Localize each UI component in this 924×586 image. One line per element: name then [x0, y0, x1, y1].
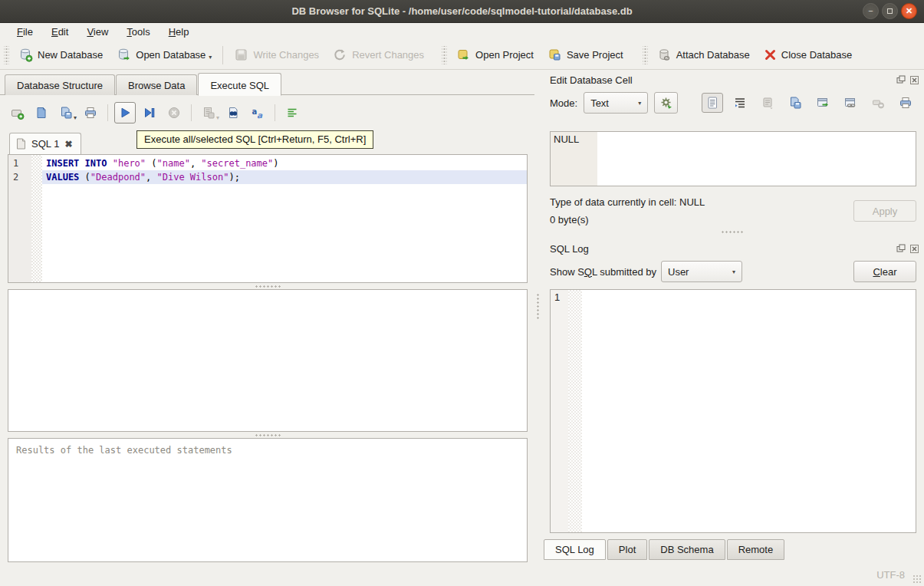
toolbar-drag-handle[interactable] [4, 46, 9, 64]
horizontal-splitter[interactable] [8, 283, 528, 289]
tab-remote[interactable]: Remote [727, 539, 785, 560]
open-database-button[interactable]: Open Database ▾ [110, 44, 219, 65]
apply-button[interactable]: Apply [853, 200, 916, 222]
print-cell-button[interactable] [895, 93, 916, 113]
menu-help[interactable]: Help [159, 25, 199, 39]
log-line-gutter: 1 [551, 290, 568, 532]
chevron-down-icon[interactable]: ▾ [209, 54, 212, 61]
menu-view[interactable]: View [77, 25, 117, 39]
line-number-gutter: 1 2 [8, 155, 31, 282]
float-panel-icon[interactable] [896, 75, 906, 85]
attach-database-icon [657, 48, 672, 62]
open-project-icon [456, 48, 471, 62]
mode-select[interactable]: Text ▾ [584, 92, 648, 114]
write-changes-button[interactable]: Write Changes [227, 44, 326, 65]
log-fold-margin [568, 290, 582, 532]
menu-tools[interactable]: Tools [117, 25, 159, 39]
close-database-button[interactable]: Close Database [757, 45, 860, 64]
save-results-button[interactable]: ▾ [198, 102, 219, 123]
close-panel-icon[interactable] [909, 75, 919, 85]
log-content[interactable] [582, 290, 916, 532]
null-label: NULL [554, 133, 579, 145]
chevron-down-icon: ▾ [732, 268, 735, 275]
chevron-down-icon[interactable]: ▾ [74, 114, 77, 121]
set-null-button[interactable] [867, 93, 889, 113]
print-sql-button[interactable] [80, 102, 101, 123]
svg-text:a: a [257, 110, 263, 120]
sql-log-filter-row: Show SQL submitted by User ▾ Clear [550, 261, 916, 282]
float-panel-icon[interactable] [896, 244, 906, 254]
tab-db-schema[interactable]: DB Schema [649, 539, 725, 560]
tab-sql-log[interactable]: SQL Log [544, 539, 606, 560]
close-tab-icon[interactable]: ✖ [64, 139, 72, 150]
maximize-icon[interactable] [882, 3, 898, 19]
print-cell-icon [899, 96, 912, 110]
code-line-2: VALUES ("Deadpond", "Dive Wilson"); [42, 170, 527, 184]
minimize-icon[interactable]: − [863, 3, 879, 19]
save-sql-file-button[interactable]: ▾ [55, 102, 77, 123]
sql-file-tab[interactable]: SQL 1 ✖ [9, 133, 81, 154]
link-data-button[interactable] [840, 93, 861, 113]
vertical-splitter[interactable] [534, 71, 541, 564]
auto-complete-button[interactable]: aa [247, 102, 268, 123]
find-replace-button[interactable] [222, 102, 244, 123]
tab-execute-sql[interactable]: Execute SQL [198, 73, 281, 96]
close-icon[interactable]: ✕ [901, 3, 917, 19]
execute-current-line-button[interactable] [139, 102, 160, 123]
horizontal-splitter[interactable] [541, 229, 924, 235]
chevron-down-icon: ▾ [638, 100, 641, 107]
revert-changes-button[interactable]: Revert Changes [326, 44, 431, 65]
open-project-button[interactable]: Open Project [449, 44, 541, 65]
open-sql-file-icon [35, 106, 48, 120]
menu-edit[interactable]: Edit [42, 25, 77, 39]
import-data-button[interactable] [784, 93, 806, 113]
attach-database-label: Attach Database [676, 49, 750, 61]
mode-value: Text [590, 97, 609, 109]
revert-changes-label: Revert Changes [352, 49, 424, 61]
code-area[interactable]: INSERT INTO "hero" ("name", "secret_name… [42, 155, 527, 282]
open-project-label: Open Project [475, 49, 534, 61]
toolbar-separator [191, 104, 192, 121]
tab-database-structure[interactable]: Database Structure [5, 74, 115, 95]
menu-file[interactable]: File [8, 25, 42, 39]
save-project-button[interactable]: Save Project [541, 44, 630, 65]
cell-value-area[interactable] [597, 132, 916, 186]
execute-current-line-icon [143, 106, 156, 120]
open-sql-file-button[interactable] [31, 102, 52, 123]
text-mode-button[interactable] [702, 93, 723, 113]
execute-all-button[interactable] [114, 102, 136, 123]
log-filter-select[interactable]: User ▾ [661, 261, 742, 282]
auto-switch-mode-button[interactable] [654, 92, 678, 114]
tab-plot[interactable]: Plot [607, 539, 647, 560]
tab-browse-data[interactable]: Browse Data [116, 74, 197, 95]
write-changes-icon [234, 48, 248, 62]
word-wrap-button[interactable] [729, 93, 751, 113]
menubar: File Edit View Tools Help [0, 23, 924, 41]
window-title: DB Browser for SQLite - /home/user/code/… [291, 5, 632, 17]
resize-grip[interactable] [912, 574, 922, 584]
toolbar-separator [222, 46, 223, 64]
new-database-button[interactable]: New Database [12, 44, 110, 65]
dock-controls [896, 244, 919, 254]
clear-log-button[interactable]: Clear [853, 261, 916, 282]
mode-label: Mode: [550, 97, 577, 109]
export-data-button[interactable] [812, 93, 834, 113]
horizontal-splitter[interactable] [8, 432, 528, 438]
cell-type-info: Type of data currently in cell: NULL [550, 196, 705, 208]
code-line-1: INSERT INTO "hero" ("name", "secret_name… [42, 156, 527, 170]
toolbar-drag-handle[interactable] [442, 46, 447, 64]
open-in-external-button[interactable] [757, 93, 778, 113]
close-panel-icon[interactable] [909, 244, 919, 254]
new-sql-tab-button[interactable] [6, 102, 28, 123]
window-controls: − ✕ [863, 3, 917, 19]
show-sql-label: Show SQL submitted by [550, 266, 656, 278]
attach-database-button[interactable]: Attach Database [650, 44, 757, 65]
save-results-icon [202, 106, 215, 120]
toolbar-drag-handle[interactable] [643, 46, 648, 64]
sql-editor-toolbar: ▾ ▾ aa [6, 100, 303, 126]
right-panel: Edit Database Cell Mode: Text ▾ [541, 71, 924, 564]
sql-editor: 1 2 INSERT INTO "hero" ("name", "secret_… [8, 154, 528, 283]
cell-value-editor[interactable]: NULL [550, 131, 916, 186]
format-sql-button[interactable] [281, 102, 303, 123]
stop-button[interactable] [163, 102, 185, 123]
